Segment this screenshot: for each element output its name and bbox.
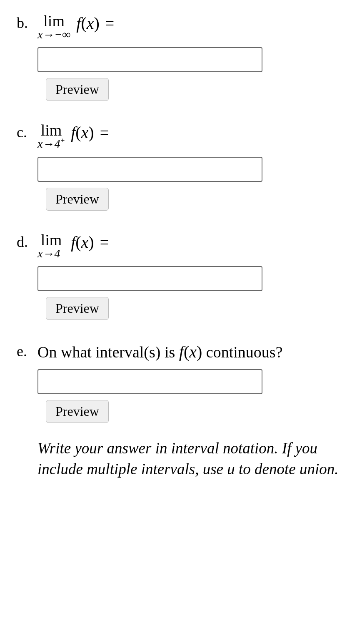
question-c: c. lim x→4+ f(x) = Preview [17,122,345,211]
question-e-label: e. [17,341,37,360]
lim-text: lim [43,13,65,30]
func-letter: f [76,14,81,33]
preview-button-b[interactable]: Preview [46,78,109,101]
func-letter: f [71,233,75,252]
question-b-math: lim x→−∞ f(x) = [37,13,345,41]
question-c-math: lim x→4+ f(x) = [37,122,345,151]
question-d-label: d. [17,231,37,251]
hint-post: to denote union. [235,460,339,478]
question-b: b. lim x→−∞ f(x) = Preview [17,13,345,101]
hint-var: u [227,460,235,478]
question-b-label: b. [17,13,37,32]
func-arg: x [87,14,94,33]
question-e: e. On what interval(s) is f(x) continuou… [17,341,345,480]
question-e-text: On what interval(s) is f(x) continuous? [37,341,345,363]
lim-text: lim [41,231,62,249]
question-c-label: c. [17,122,37,141]
func-letter: f [71,123,75,142]
lim-sub-pre: x→4 [37,247,60,260]
answer-input-d[interactable] [37,266,262,291]
preview-button-c[interactable]: Preview [46,188,109,211]
question-d: d. lim x→4− f(x) = Preview [17,231,345,320]
question-b-body: lim x→−∞ f(x) = Preview [37,13,345,101]
lim-subscript: x→4+ [37,137,65,151]
answer-input-b[interactable] [37,47,262,72]
limit-notation: lim x→4+ [37,122,65,151]
lim-subscript: x→−∞ [37,28,70,41]
equals-sign: = [100,231,109,252]
function-fx: f(x) [179,341,202,361]
func-arg: x [81,123,89,142]
func-letter: f [179,342,184,361]
function-fx: f(x) [71,122,94,142]
preview-button-d[interactable]: Preview [46,297,109,320]
function-fx: f(x) [71,231,94,252]
equals-sign: = [105,13,114,33]
func-arg: x [81,233,89,252]
question-c-body: lim x→4+ f(x) = Preview [37,122,345,211]
lim-text: lim [41,122,62,139]
equals-sign: = [100,122,109,142]
limit-notation: lim x→4− [37,231,65,261]
text-post: continuous? [202,343,282,361]
lim-subscript: x→4− [37,247,65,260]
text-pre: On what interval(s) is [37,343,179,361]
function-fx: f(x) [76,13,100,33]
question-e-hint: Write your answer in interval notation. … [37,438,345,480]
answer-input-c[interactable] [37,157,262,182]
func-arg: x [189,342,197,361]
answer-input-e[interactable] [37,369,262,394]
preview-button-e[interactable]: Preview [46,400,109,423]
lim-sub-pre: x→4 [37,138,60,151]
lim-sub-sup: − [60,246,65,254]
lim-sub-sup: + [60,136,65,144]
question-e-body: On what interval(s) is f(x) continuous? … [37,341,345,480]
question-d-math: lim x→4− f(x) = [37,231,345,261]
question-d-body: lim x→4− f(x) = Preview [37,231,345,320]
limit-notation: lim x→−∞ [37,13,70,41]
